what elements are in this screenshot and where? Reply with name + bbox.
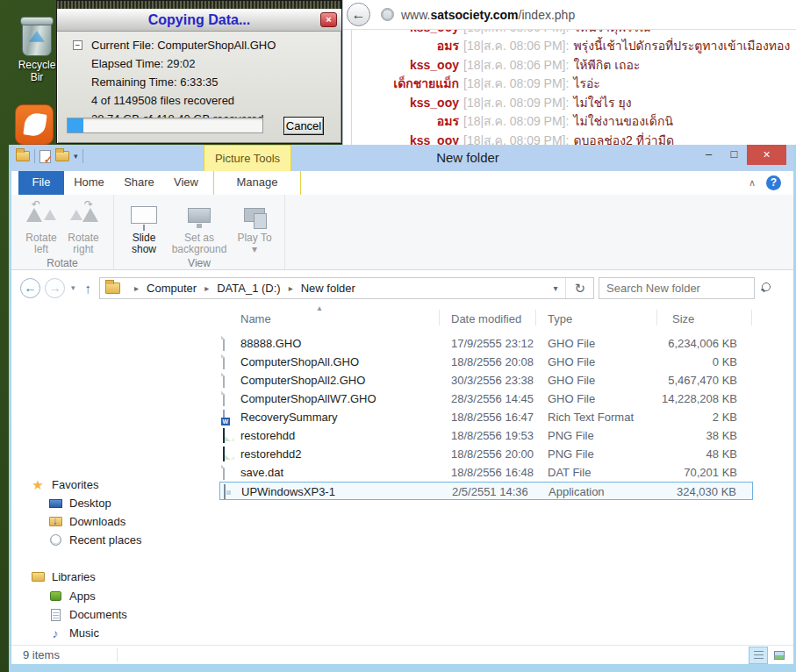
ribbon-group-rotate: ↶ Rotate left ↷ Rotate right Rotate bbox=[11, 195, 114, 269]
breadcrumb-computer[interactable]: Computer bbox=[147, 282, 197, 295]
column-header-type[interactable]: Type bbox=[548, 312, 572, 325]
search-box bbox=[599, 277, 755, 299]
tab-view[interactable]: View bbox=[164, 171, 208, 195]
properties-icon[interactable] bbox=[39, 150, 51, 163]
sort-ascending-icon: ▲ bbox=[316, 305, 323, 312]
recent-locations-dropdown-icon[interactable]: ▾ bbox=[71, 283, 75, 292]
play-to-button[interactable]: Play To ▾ bbox=[233, 198, 276, 255]
gho-file-icon bbox=[223, 392, 237, 406]
file-row-selected[interactable]: UPWindowsXP3-1 2/5/2551 14:36 Applicatio… bbox=[219, 482, 753, 500]
sidebar-item-desktop[interactable]: Desktop bbox=[11, 494, 215, 512]
recycle-bin-desktop-icon[interactable]: Recycle Bir bbox=[11, 19, 63, 83]
qat-dropdown-icon[interactable]: ▾ bbox=[74, 152, 78, 161]
file-row[interactable]: ComputerShopAllW7.GHO 28/3/2556 14:45 GH… bbox=[219, 390, 753, 408]
tab-share[interactable]: Share bbox=[114, 171, 164, 195]
file-row[interactable]: RecoverySummary 18/8/2556 16:47 Rich Tex… bbox=[219, 408, 753, 426]
collapse-ribbon-icon[interactable]: ∧ bbox=[749, 177, 756, 189]
music-icon: ♪ bbox=[48, 626, 62, 640]
dialog-close-button[interactable]: × bbox=[320, 12, 337, 27]
column-header-date[interactable]: Date modified bbox=[451, 312, 521, 325]
rotate-cw-icon: ↷ bbox=[84, 198, 93, 211]
breadcrumb-drive[interactable]: DATA_1 (D:) bbox=[217, 282, 280, 295]
sidebar-item-recent-places[interactable]: Recent places bbox=[11, 531, 215, 549]
help-button[interactable]: ? bbox=[766, 175, 781, 190]
details-view-button[interactable] bbox=[749, 647, 767, 663]
browser-url[interactable]: www.satsociety.com/index.php bbox=[401, 8, 575, 22]
dialog-title: Copying Data... bbox=[57, 9, 341, 31]
gho-file-icon bbox=[223, 355, 237, 369]
chat-timestamp: [18|ส.ค. 08:09 PM]: bbox=[463, 74, 569, 93]
file-row[interactable]: restorehdd 18/8/2556 19:53 PNG File 38 K… bbox=[219, 426, 753, 445]
crumb-separator-icon: ▸ bbox=[134, 283, 139, 293]
documents-icon bbox=[48, 608, 62, 622]
ribbon-group-view: Slide show Set as background Play To ▾ V… bbox=[114, 195, 285, 269]
back-icon: ← bbox=[25, 281, 37, 295]
minimize-button[interactable]: – bbox=[696, 145, 721, 165]
collapse-details-toggle[interactable]: − bbox=[73, 40, 82, 50]
browser-back-button[interactable]: ← bbox=[347, 3, 370, 26]
file-row[interactable]: ComputerShopAll.GHO 18/8/2556 20:08 GHO … bbox=[219, 353, 753, 371]
refresh-button[interactable]: ↻ bbox=[565, 278, 593, 298]
libraries-icon bbox=[31, 570, 45, 584]
chat-username: เด็กชายแม็ก bbox=[352, 74, 459, 93]
maximize-button[interactable]: □ bbox=[721, 145, 747, 165]
search-input[interactable] bbox=[599, 282, 761, 295]
chat-line: kss_ooy [18|ส.ค. 08:09 PM]: ไม่ใช่ไร ยุง bbox=[352, 93, 796, 112]
tab-file[interactable]: File bbox=[18, 171, 64, 195]
up-button[interactable]: ↑ bbox=[85, 281, 92, 296]
sidebar-item-downloads[interactable]: Downloads bbox=[11, 512, 215, 531]
sidebar-item-libraries[interactable]: Libraries bbox=[11, 568, 215, 586]
details-view-icon bbox=[754, 651, 764, 660]
sidebar-item-apps[interactable]: Apps bbox=[11, 587, 215, 605]
rotate-right-button[interactable]: ↷ Rotate right bbox=[62, 198, 104, 255]
caption-buttons: – □ × bbox=[696, 145, 786, 165]
rotate-group-label: Rotate bbox=[20, 255, 104, 270]
dialog-top-texture bbox=[57, 1, 341, 9]
new-folder-icon[interactable] bbox=[55, 151, 69, 161]
chat-username: อมร bbox=[352, 111, 459, 131]
tab-manage[interactable]: Manage bbox=[213, 171, 301, 195]
close-icon: × bbox=[326, 14, 331, 25]
sidebar-item-music[interactable]: ♪ Music bbox=[11, 624, 215, 642]
back-button[interactable]: ← bbox=[20, 278, 40, 298]
file-row[interactable]: restorehdd2 18/8/2556 20:00 PNG File 48 … bbox=[219, 445, 753, 463]
tab-home[interactable]: Home bbox=[64, 171, 114, 195]
thumbnails-view-button[interactable] bbox=[771, 647, 788, 663]
cancel-button[interactable]: Cancel bbox=[283, 117, 324, 135]
window-title: New folder bbox=[380, 145, 556, 171]
file-row[interactable]: 88888.GHO 17/9/2555 23:12 GHO File 6,234… bbox=[219, 334, 753, 353]
slide-show-button[interactable]: Slide show bbox=[123, 198, 165, 255]
picture-tools-contextual-tab[interactable]: Picture Tools bbox=[204, 145, 291, 171]
chat-message: ให้พีกิต เถอะ bbox=[573, 55, 640, 75]
chat-timestamp: [18|ส.ค. 08:06 PM]: bbox=[463, 55, 569, 75]
nitro-app-desktop-icon[interactable] bbox=[15, 104, 54, 145]
sidebar-item-favorites[interactable]: ★ Favorites bbox=[11, 475, 215, 494]
explorer-window: ▾ Picture Tools New folder – □ × File Ho… bbox=[9, 145, 796, 672]
view-group-label: View bbox=[123, 255, 276, 270]
set-as-background-icon bbox=[188, 208, 211, 223]
breadcrumb-new-folder[interactable]: New folder bbox=[301, 282, 355, 295]
slide-show-icon bbox=[131, 206, 157, 224]
current-file-text: Current File: ComputerShopAll.GHO bbox=[91, 39, 276, 52]
address-dropdown-icon[interactable]: ▾ bbox=[545, 278, 565, 298]
column-header-size[interactable]: Size bbox=[672, 312, 694, 325]
column-header-name[interactable]: Name bbox=[240, 312, 271, 325]
rotate-ccw-icon: ↶ bbox=[32, 198, 40, 211]
sidebar-item-documents[interactable]: Documents bbox=[11, 605, 215, 624]
elapsed-time-text: Elapsed Time: 29:02 bbox=[91, 57, 196, 70]
application-file-icon bbox=[224, 485, 238, 499]
maximize-icon: □ bbox=[731, 147, 738, 161]
copying-data-dialog: Copying Data... × − Current File: Comput… bbox=[56, 0, 342, 144]
ribbon-tab-row: File Home Share View Manage ∧ ? bbox=[11, 171, 793, 195]
set-as-background-button[interactable]: Set as background bbox=[165, 198, 233, 255]
close-button[interactable]: × bbox=[747, 145, 786, 165]
rotate-left-button[interactable]: ↶ Rotate left bbox=[20, 198, 62, 255]
toolbar-separator bbox=[82, 149, 83, 163]
downloads-icon bbox=[48, 515, 62, 529]
breadcrumb-bar[interactable]: ▸ Computer ▸ DATA_1 (D:) ▸ New folder ▾ … bbox=[99, 277, 594, 299]
nitro-app-icon bbox=[15, 104, 54, 145]
dialog-titlebar: Copying Data... × bbox=[57, 9, 341, 32]
file-row[interactable]: ComputerShopAll2.GHO 30/3/2556 23:38 GHO… bbox=[219, 371, 753, 390]
file-row[interactable]: save.dat 18/8/2556 16:48 DAT File 70,201… bbox=[219, 463, 753, 482]
forward-button[interactable]: → bbox=[45, 278, 65, 298]
